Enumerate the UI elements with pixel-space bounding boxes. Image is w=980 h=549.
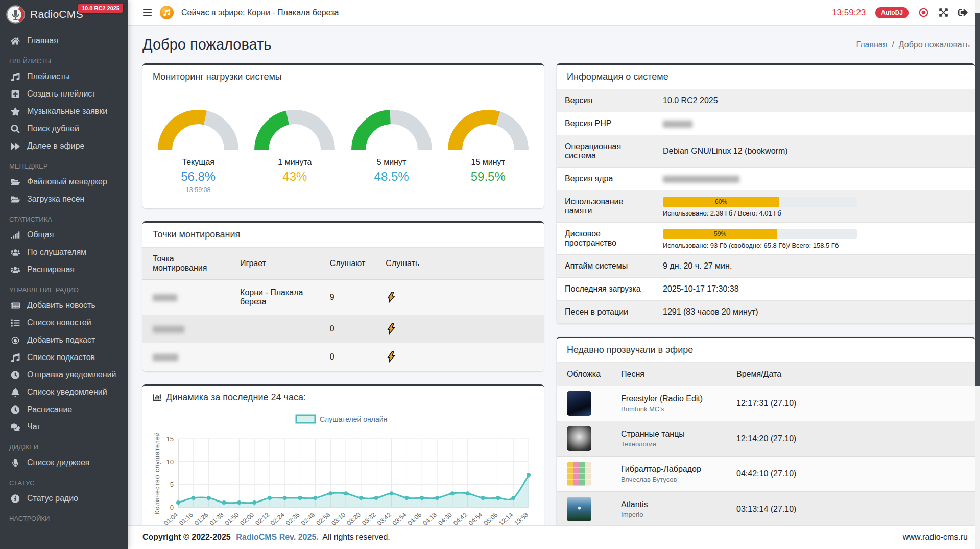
record-icon[interactable]: [918, 7, 929, 18]
sidebar-item[interactable]: Статус радио: [0, 490, 128, 507]
sidebar-item[interactable]: Список новостей: [0, 314, 128, 331]
sidebar-item[interactable]: Загрузка песен: [0, 190, 128, 208]
sidebar-item-label: По слушателям: [27, 248, 86, 257]
page-scrollbar[interactable]: [975, 0, 980, 549]
sidebar-section-header: УПРАВЛЕНИЕ РАДИО: [0, 278, 128, 297]
system-info-row: Версия ядра: [557, 168, 975, 190]
clock-icon: [9, 371, 21, 379]
breadcrumb-current: Добро пожаловать: [899, 40, 970, 49]
sidebar-item[interactable]: Плейлисты: [0, 68, 128, 85]
track-time: 03:13:14 (27.10): [726, 492, 975, 526]
usage-bar-fill: 59%: [663, 229, 777, 239]
page-title: Добро пожаловать: [142, 36, 271, 53]
sidebar-item[interactable]: Отправка уведомлений: [0, 366, 128, 384]
recent-tracks-table: ОбложкаПесняВремя/Дата Freestyler (Radio…: [557, 363, 975, 525]
brand[interactable]: RadioCMS 10.0 RC2 2025: [0, 0, 128, 29]
listen-bolt-icon[interactable]: [386, 351, 534, 363]
sidebar-item[interactable]: Список диджеев: [0, 454, 128, 471]
logout-icon[interactable]: [958, 8, 968, 17]
column-header: Песня: [611, 363, 726, 386]
sidebar-item[interactable]: Список подкастов: [0, 349, 128, 366]
listen-bolt-icon[interactable]: [386, 292, 534, 303]
track-title: Гибралтар-Лабрадор: [621, 465, 716, 474]
column-header: Обложка: [557, 363, 611, 386]
mount-playing: Корни - Плакала береза: [230, 280, 320, 315]
system-info-label: Дисковое пространство: [557, 223, 658, 254]
gauge-value: 43%: [250, 170, 340, 184]
footer-copyright: Copyright © 2022-2025 RadioCMS Rev. 2025…: [142, 533, 390, 542]
gauge-value: 59.5%: [443, 170, 533, 184]
column-header: Слушают: [320, 248, 376, 280]
mount-playing: [230, 343, 320, 371]
svg-text:02:36: 02:36: [284, 511, 301, 525]
svg-text:10: 10: [166, 458, 174, 466]
sidebar-item[interactable]: Создать плейлист: [0, 85, 128, 103]
footer-copyright-rest: All rights reserved.: [322, 533, 390, 541]
home-icon: [9, 37, 21, 45]
system-info-row: Операционная системаDebian GNU/Linux 12 …: [557, 135, 975, 168]
sidebar-item[interactable]: Поиск дублей: [0, 120, 128, 137]
sidebar-item-label: Статус радио: [27, 494, 78, 503]
svg-text:03:32: 03:32: [361, 511, 377, 525]
gauge-value: 56.8%: [153, 170, 243, 184]
sidebar-item[interactable]: Добавить новость: [0, 297, 128, 314]
listen-bolt-icon[interactable]: [386, 323, 534, 335]
system-info-rows: Версия10.0 RC2 2025Версия PHPОперационна…: [557, 89, 975, 324]
sidebar-item-label: Далее в эфире: [27, 141, 84, 151]
svg-text:03:42: 03:42: [376, 511, 393, 525]
folder-open-icon: [9, 178, 21, 186]
load-gauge: 5 минут48.5%: [347, 110, 437, 194]
svg-text:0: 0: [170, 504, 174, 511]
users-icon: [9, 266, 21, 274]
gauge-value: 48.5%: [347, 170, 437, 184]
redacted-value: [153, 294, 177, 301]
sidebar-item[interactable]: Общая: [0, 226, 128, 244]
redacted-value: [153, 326, 184, 333]
system-info-label: Версия ядра: [557, 168, 658, 190]
now-playing-text: Сейчас в эфире: Корни - Плакала береза: [181, 8, 339, 17]
card-title: Мониторинг нагрузки системы: [153, 71, 282, 82]
footer-link[interactable]: RadioCMS Rev. 2025.: [236, 533, 319, 541]
menu-toggle-icon[interactable]: [142, 8, 152, 17]
recent-tracks-card: Недавно прозвучали в эфире ОбложкаПесняВ…: [557, 337, 975, 525]
sidebar-item[interactable]: Далее в эфире: [0, 137, 128, 155]
system-info-label: Версия: [557, 89, 658, 112]
podcast-icon: [9, 336, 21, 345]
sidebar-item[interactable]: По слушателям: [0, 244, 128, 261]
sidebar: RadioCMS 10.0 RC2 2025 ГлавнаяПЛЕЙЛИСТЫП…: [0, 0, 128, 549]
sidebar-item[interactable]: Главная: [0, 32, 128, 50]
redacted-value: [663, 121, 692, 128]
recent-track-row: Странные танцыТехнология12:14:20 (27.10): [557, 421, 975, 457]
column-header: Точка монтирования: [142, 248, 230, 280]
sidebar-section-header: СТАТУС: [0, 471, 128, 490]
sidebar-item[interactable]: Чат: [0, 418, 128, 436]
usage-bar: 59%Использовано: 93 Гб (свободно: 65.8 Г…: [658, 224, 862, 254]
system-info-value: 2025-10-17 17:30:38: [658, 278, 975, 300]
scrollbar-thumb[interactable]: [975, 13, 980, 386]
sidebar-section-header: НАСТРОЙКИ: [0, 507, 128, 526]
autodj-badge[interactable]: AutoDJ: [875, 7, 909, 18]
system-info-row: Дисковое пространство59%Использовано: 93…: [557, 223, 975, 255]
sidebar-item[interactable]: Расширеная: [0, 261, 128, 278]
album-art: [567, 462, 591, 486]
svg-text:02:58: 02:58: [315, 511, 332, 525]
svg-text:15: 15: [166, 435, 174, 443]
sidebar-item[interactable]: Расписание: [0, 401, 128, 418]
recent-track-row: Гибралтар-ЛабрадорВячеслав Бутусов04:42:…: [557, 457, 975, 492]
svg-text:01:50: 01:50: [224, 511, 241, 525]
sidebar-item[interactable]: Добавить подкаст: [0, 331, 128, 349]
topbar: Сейчас в эфире: Корни - Плакала береза 1…: [128, 0, 980, 26]
list-icon: [9, 319, 21, 327]
fullscreen-icon[interactable]: [939, 8, 948, 17]
gauge-label: 1 минута: [250, 158, 340, 167]
sidebar-item[interactable]: Список уведомлений: [0, 384, 128, 401]
plus-square-icon: [9, 90, 21, 99]
microphone-icon: [9, 459, 21, 467]
sidebar-item-label: Список уведомлений: [27, 388, 107, 397]
breadcrumb-home-link[interactable]: Главная: [856, 40, 887, 49]
sidebar-item[interactable]: Файловый менеджер: [0, 173, 128, 190]
sidebar-item[interactable]: Музыкальные заявки: [0, 103, 128, 120]
system-info-row: Версия10.0 RC2 2025: [557, 89, 975, 112]
sidebar-section-header: СТАТИСТИКА: [0, 208, 128, 226]
bar-chart-icon: [153, 393, 161, 402]
